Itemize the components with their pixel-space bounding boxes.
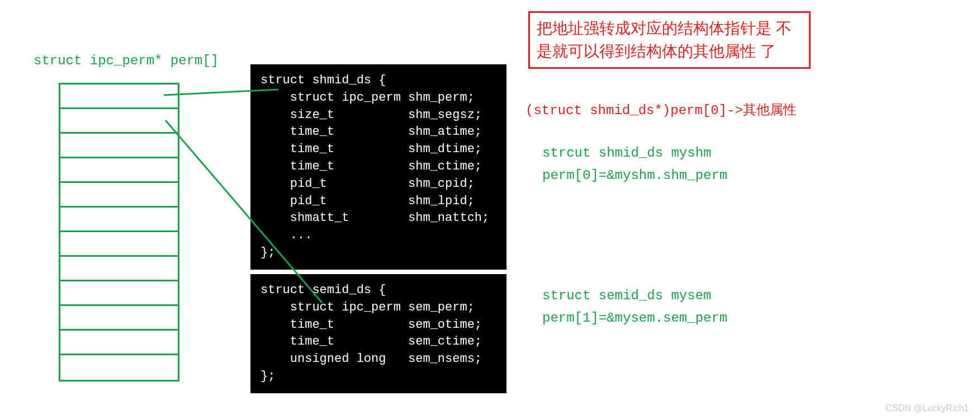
cast-expression: (struct shmid_ds*)perm[0]->其他属性 (525, 101, 797, 119)
array-slot (60, 306, 178, 331)
array-slot (60, 84, 178, 109)
array-slot (60, 331, 178, 355)
array-slot (60, 183, 178, 208)
array-slot (60, 355, 178, 380)
note-mysem-line2: perm[1]=&mysem.sem_perm (542, 310, 727, 326)
array-slot (60, 158, 178, 183)
array-slot (60, 109, 178, 134)
array-diagram (59, 83, 179, 382)
note-myshm-line2: perm[0]=&myshm.shm_perm (542, 168, 727, 183)
array-slot (60, 208, 178, 232)
note-myshm-line1: strcut shmid_ds myshm (542, 145, 711, 161)
array-slot (60, 281, 178, 306)
array-slot (60, 257, 178, 281)
comment-box: 把地址强转成对应的结构体指针是 不是就可以得到结构体的其他属性 了 (528, 11, 811, 69)
watermark: CSDN @LuckyRich1 (886, 403, 969, 413)
code-block-semid: struct semid_ds { struct ipc_perm sem_pe… (250, 274, 506, 393)
note-mysem-line1: struct semid_ds mysem (542, 288, 711, 303)
array-slot (60, 232, 178, 257)
diagram-title: struct ipc_perm* perm[] (34, 53, 219, 68)
array-slot (60, 134, 178, 158)
code-block-shmid: struct shmid_ds { struct ipc_perm shm_pe… (250, 64, 506, 270)
